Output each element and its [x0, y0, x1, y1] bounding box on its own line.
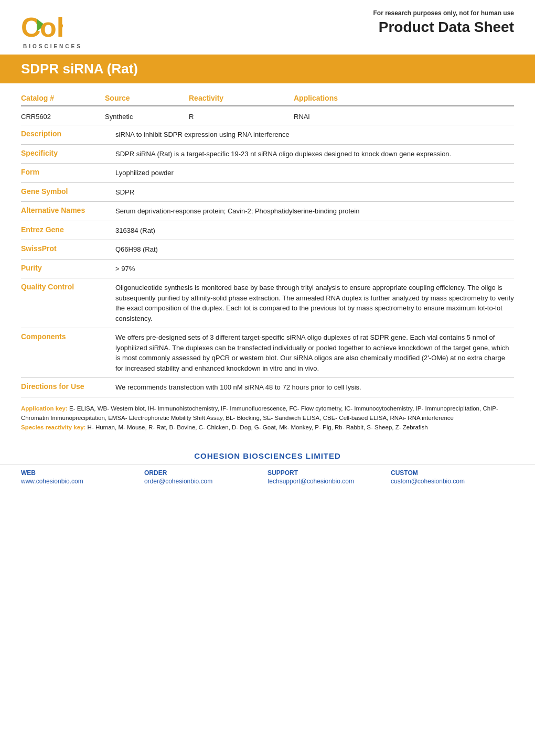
footer-col-title-0: WEB [21, 469, 144, 477]
info-label-4: Alternative Names [21, 206, 115, 214]
info-rows-container: DescriptionsiRNA to inhibit SDPR express… [21, 125, 514, 397]
footer-col-2: SUPPORTtechsupport@cohesionbio.com [268, 469, 391, 485]
cell-source: Synthetic [105, 113, 189, 121]
footer-links: WEBwww.cohesionbio.comORDERorder@cohesio… [0, 465, 535, 489]
footer-col-1: ORDERorder@cohesionbio.com [144, 469, 268, 485]
info-row-7: Purity> 97% [21, 260, 514, 279]
app-key-text: E- ELISA, WB- Western blot, IH- Immunohi… [21, 405, 498, 421]
footer-col-title-1: ORDER [144, 469, 268, 477]
species-key-text: H- Human, M- Mouse, R- Rat, B- Bovine, C… [88, 424, 428, 430]
info-value-6: Q66H98 (Rat) [115, 244, 514, 255]
footer-col-title-3: CUSTOM [391, 469, 514, 477]
species-key-label: Species reactivity key: [21, 424, 85, 430]
info-value-8: Oligonucleotide synthesis is monitored b… [115, 283, 514, 323]
info-row-1: SpecificitySDPR siRNA (Rat) is a target-… [21, 145, 514, 164]
info-row-2: FormLyophilized powder [21, 164, 514, 183]
info-value-10: We recommends transfection with 100 nM s… [115, 382, 514, 393]
info-label-7: Purity [21, 264, 115, 272]
info-value-5: 316384 (Rat) [115, 225, 514, 236]
footer-col-link-3[interactable]: custom@cohesionbio.com [391, 478, 514, 485]
product-title-bar: SDPR siRNA (Rat) [0, 55, 535, 83]
col-reactivity-header: Reactivity [189, 94, 294, 102]
info-row-9: ComponentsWe offers pre-designed sets of… [21, 328, 514, 378]
header-right: For research purposes only, not for huma… [373, 9, 515, 36]
logo-biosciences: BIOSCIENCES [23, 44, 82, 49]
footer-col-link-1[interactable]: order@cohesionbio.com [144, 478, 268, 485]
table-data-row: CRR5602 Synthetic R RNAi [21, 109, 514, 125]
info-value-1: SDPR siRNA (Rat) is a target-specific 19… [115, 149, 514, 159]
info-row-5: Entrez Gene316384 (Rat) [21, 221, 514, 241]
svg-text:ohesion: ohesion [40, 12, 63, 42]
product-data-sheet-title: Product Data Sheet [373, 19, 515, 36]
info-label-8: Quality Control [21, 283, 115, 291]
info-row-8: Quality ControlOligonucleotide synthesis… [21, 278, 514, 328]
logo: C ohesion [21, 9, 82, 44]
app-key-section: Application key: E- ELISA, WB- Western b… [21, 404, 514, 433]
info-row-6: SwissProtQ66H98 (Rat) [21, 240, 514, 260]
cell-reactivity: R [189, 113, 294, 121]
info-value-7: > 97% [115, 264, 514, 274]
info-label-6: SwissProt [21, 244, 115, 253]
col-catalog-header: Catalog # [21, 94, 105, 102]
footer-col-0: WEBwww.cohesionbio.com [21, 469, 144, 485]
info-row-4: Alternative NamesSerum deprivation-respo… [21, 202, 514, 221]
info-label-10: Directions for Use [21, 382, 115, 391]
page-header: C ohesion BIOSCIENCES For research purpo… [0, 0, 535, 55]
info-label-3: Gene Symbol [21, 187, 115, 196]
col-applications-header: Applications [294, 94, 514, 102]
footer-col-title-2: SUPPORT [268, 469, 391, 477]
info-value-0: siRNA to inhibit SDPR expression using R… [115, 129, 514, 140]
info-value-2: Lyophilized powder [115, 168, 514, 178]
cell-applications: RNAi [294, 113, 514, 121]
footer-col-link-0[interactable]: www.cohesionbio.com [21, 478, 144, 485]
footer: COHESION BIOSCIENCES LIMITED WEBwww.cohe… [0, 451, 535, 489]
col-source-header: Source [105, 94, 189, 102]
info-value-3: SDPR [115, 187, 514, 198]
cell-catalog: CRR5602 [21, 113, 105, 121]
info-label-9: Components [21, 332, 115, 341]
app-key-label: Application key: [21, 405, 68, 412]
footer-col-3: CUSTOMcustom@cohesionbio.com [391, 469, 514, 485]
info-row-0: DescriptionsiRNA to inhibit SDPR express… [21, 125, 514, 145]
product-title: SDPR siRNA (Rat) [21, 61, 514, 77]
info-label-0: Description [21, 129, 115, 138]
footer-col-link-2[interactable]: techsupport@cohesionbio.com [268, 478, 391, 485]
logo-icon: C ohesion [21, 9, 63, 44]
info-value-9: We offers pre-designed sets of 3 differe… [115, 332, 514, 373]
info-label-2: Form [21, 168, 115, 176]
main-content: Catalog # Source Reactivity Applications… [0, 83, 535, 443]
footer-company-name: COHESION BIOSCIENCES LIMITED [0, 451, 535, 460]
research-note: For research purposes only, not for huma… [373, 9, 515, 17]
info-row-10: Directions for UseWe recommends transfec… [21, 378, 514, 397]
info-label-1: Specificity [21, 149, 115, 157]
info-value-4: Serum deprivation-response protein; Cavi… [115, 206, 514, 217]
info-row-3: Gene SymbolSDPR [21, 183, 514, 202]
info-label-5: Entrez Gene [21, 225, 115, 234]
table-header-row: Catalog # Source Reactivity Applications [21, 89, 514, 106]
logo-container: C ohesion BIOSCIENCES [21, 9, 82, 49]
